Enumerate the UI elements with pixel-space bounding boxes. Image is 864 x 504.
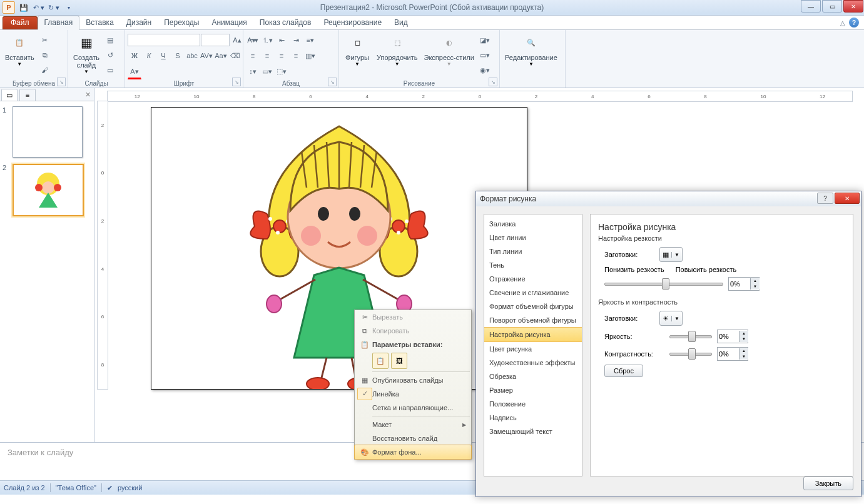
italic-icon[interactable]: К [142,49,156,63]
draw-launcher[interactable]: ↘ [489,78,497,86]
clear-format-icon[interactable]: ⌫ [228,49,242,63]
close-pane-icon[interactable]: ✕ [81,88,94,101]
spin-up-icon[interactable]: ▲ [739,331,748,336]
minimize-button[interactable]: — [801,0,821,13]
shape-effects-icon[interactable]: ◉▾ [478,63,492,77]
reset-icon[interactable]: ↺ [103,48,117,62]
nav-line-style[interactable]: Тип линии [484,244,582,258]
nav-line-color[interactable]: Цвет линии [484,231,582,244]
clipboard-launcher[interactable]: ↘ [57,78,66,86]
sharpness-slider[interactable] [604,278,723,290]
nav-glow[interactable]: Свечение и сглаживание [484,286,582,300]
text-direction-icon[interactable]: ↕▾ [246,64,260,78]
nav-fill[interactable]: Заливка [484,217,582,231]
align-center-icon[interactable]: ≡ [260,49,274,63]
sharpen-presets-combo[interactable]: ▦▼ [659,247,683,262]
nav-crop[interactable]: Обрезка [484,370,582,383]
dialog-close-btn[interactable]: Закрыть [803,476,853,490]
save-icon[interactable]: 💾 [18,1,30,14]
editing-button[interactable]: 🔍 Редактирование▼ [502,31,560,68]
cm-grid[interactable]: Сетка и направляющие... [355,401,471,415]
tab-slideshow[interactable]: Показ слайдов [253,16,318,29]
brightness-spinner[interactable]: ▲▼ [717,330,748,343]
dialog-help-button[interactable]: ? [817,193,833,204]
file-tab[interactable]: Файл [3,16,38,29]
shape-fill-icon[interactable]: ◪▾ [478,33,492,47]
strike-icon[interactable]: S [171,49,185,63]
font-size-combo[interactable] [201,34,230,46]
help-icon[interactable]: ? [849,18,859,28]
contrast-spinner[interactable]: ▲▼ [717,347,748,361]
minimize-ribbon-icon[interactable]: △ [840,19,845,26]
justify-icon[interactable]: ≡ [289,49,303,63]
tab-home[interactable]: Главная [38,16,80,30]
redo-icon[interactable]: ↻ ▾ [48,1,60,14]
font-launcher[interactable]: ↘ [232,78,241,86]
shapes-button[interactable]: ◻ Фигуры▼ [342,31,373,68]
spin-up-icon[interactable]: ▲ [739,348,748,354]
paste-button[interactable]: 📋 Вставить ▼ [3,31,37,68]
slides-tab-icon[interactable]: ▭ [1,89,18,101]
cm-restore[interactable]: Восстановить слайд [355,431,471,445]
cm-publish[interactable]: ▦Опубликовать слайды [355,373,471,387]
close-button[interactable]: ✕ [843,0,863,13]
line-spacing-icon[interactable]: ≡▾ [303,33,317,47]
paste-keep-format-icon[interactable]: 📋 [372,353,389,369]
copy-icon[interactable]: ⧉ [38,48,52,62]
inc-indent-icon[interactable]: ⇥ [289,33,303,47]
dec-indent-icon[interactable]: ⇤ [275,33,288,47]
bullets-icon[interactable]: ≔▾ [246,33,260,47]
brightness-slider[interactable] [669,331,712,342]
status-language[interactable]: русский [118,484,142,491]
spin-down-icon[interactable]: ▼ [739,336,748,342]
new-slide-button[interactable]: ▦ Создать слайд ▼ [71,31,102,76]
qat-more-icon[interactable]: ▾ [63,1,75,14]
nav-3d-rotation[interactable]: Поворот объемной фигуры [484,313,582,327]
nav-3d-format[interactable]: Формат объемной фигуры [484,300,582,313]
nav-reflection[interactable]: Отражение [484,272,582,286]
cm-format-background[interactable]: 🎨Формат фона... [354,445,472,460]
section-icon[interactable]: ▭ [103,63,117,77]
nav-textbox[interactable]: Надпись [484,411,582,425]
reset-button[interactable]: Сброс [604,365,643,377]
spin-down-icon[interactable]: ▼ [751,284,760,290]
grow-font-icon[interactable]: A▴ [230,33,244,47]
nav-size[interactable]: Размер [484,383,582,397]
tab-animation[interactable]: Анимация [205,16,253,29]
tab-review[interactable]: Рецензирование [317,16,388,29]
spin-up-icon[interactable]: ▲ [751,278,760,284]
nav-position[interactable]: Положение [484,397,582,411]
tab-insert[interactable]: Вставка [79,16,120,29]
align-left-icon[interactable]: ≡ [246,49,260,63]
shadow-icon[interactable]: abc [185,49,199,63]
cut-icon[interactable]: ✂ [38,33,52,47]
dialog-close-button[interactable]: ✕ [835,193,860,204]
brightness-presets-combo[interactable]: ☀▼ [659,311,683,326]
para-launcher[interactable]: ↘ [328,78,337,86]
underline-icon[interactable]: Ч [156,49,170,63]
align-text-icon[interactable]: ▭▾ [260,64,274,78]
font-color-icon[interactable]: A▾ [128,64,141,79]
nav-alt-text[interactable]: Замещающий текст [484,425,582,438]
nav-picture-corrections[interactable]: Настройка рисунка [484,327,582,342]
case-icon[interactable]: Aa▾ [214,49,228,63]
contrast-slider[interactable] [669,348,712,360]
columns-icon[interactable]: ▥▾ [303,49,317,63]
nav-picture-color[interactable]: Цвет рисунка [484,342,582,356]
nav-shadow[interactable]: Тень [484,258,582,272]
cm-ruler[interactable]: ✓Линейка [355,387,471,401]
shape-outline-icon[interactable]: ▭▾ [478,48,492,62]
layout-icon[interactable]: ▤ [103,33,117,47]
spin-down-icon[interactable]: ▼ [739,354,748,360]
spacing-icon[interactable]: AV▾ [200,49,213,63]
align-right-icon[interactable]: ≡ [275,49,288,63]
nav-artistic[interactable]: Художественные эффекты [484,356,582,370]
cm-copy[interactable]: ⧉Копировать [355,324,471,338]
quick-styles-button[interactable]: ◐ Экспресс-стили▼ [421,31,476,68]
cm-layout[interactable]: Макет▶ [355,418,471,431]
slide-thumbnail-2[interactable] [13,164,84,216]
tab-design[interactable]: Дизайн [120,16,158,29]
spellcheck-icon[interactable]: ✔ [107,484,113,492]
arrange-button[interactable]: ⬚ Упорядочить▼ [374,31,420,68]
bold-icon[interactable]: Ж [128,49,141,63]
